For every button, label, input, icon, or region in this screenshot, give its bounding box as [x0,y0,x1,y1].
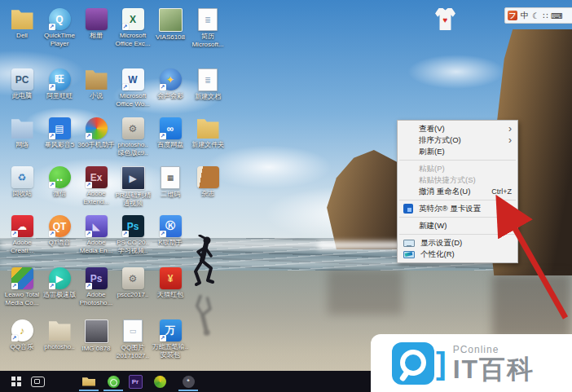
menu-item-view[interactable]: 查看(V)› [398,123,517,134]
desktop-icon-baofeng-player[interactable]: ▤↗暴风影音5 [41,117,78,149]
windows-logo-icon [11,377,21,386]
desktop-icon-teal-player[interactable]: ▶↗迅雷极速版 [41,267,78,299]
menu-item-personalize[interactable]: 个性化(R) [398,249,517,260]
desktop-icon-network[interactable]: 网络 [3,117,41,149]
personalize-icon [403,251,415,258]
menu-item-undo-rename[interactable]: 撤消 重命名(U)Ctrl+Z [398,186,517,197]
desktop-icon-adobe-photoshop[interactable]: Ps↗Adobe Photosho... [77,267,115,306]
resume-doc-icon: ≣ [198,8,218,31]
desktop-icon-label: 新建文档 [189,93,227,101]
desktop-icon-red-envelope[interactable]: ¥天猫红包 [152,267,189,299]
vias6108-photo-icon [159,8,183,32]
dell-folder-icon [11,8,33,30]
quicktime-player-icon: Q↗ [49,8,71,30]
adobe-creative-cloud-icon: ☁↗ [11,215,33,237]
taskbar-sogou-ime-app[interactable] [150,374,169,389]
desktop-icon-wubi-installer[interactable]: 万↗万能五笔输.. 安装包 [152,319,189,359]
desktop-icon-dell-folder[interactable]: Dell [3,8,41,40]
desktop-icon-vias6108-photo[interactable]: VIAS6108 [152,8,189,42]
shortcut-arrow-badge: ↗ [160,133,166,139]
desktop-icon-ps-cc-tutorial[interactable]: Ps↗PS CC 20.. 学习视频.. [114,215,152,254]
desktop-icon-ms-word[interactable]: W↗Microsoft Office Wo... [114,68,152,108]
desktop-icon-this-pc[interactable]: PC此电脑 [3,68,41,100]
wallpaper-cliff-reflection [492,274,570,339]
menu-item-refresh[interactable]: 刷新(E) [398,146,517,157]
desktop-icon-adobe-extendscript[interactable]: Ex↗Adobe Extend... [77,166,115,205]
ime-chinese-mode[interactable]: 中 [521,10,529,21]
desktop-icon-qq-picture[interactable]: ▭QQ图片 20171027.. [114,319,152,359]
desktop-icon-video-studio[interactable]: ✦↗会声会影 [152,68,189,100]
menu-item-paste-shortcut[interactable]: 粘贴快捷方式(S) [398,174,517,186]
desktop-icon-label: Adobe Extend... [77,190,115,205]
ime-fullwidth-moon[interactable]: ☾ [532,11,539,20]
desktop-icon-recycle-bin[interactable]: ♻回收站 [3,166,41,198]
desktop-icon-label: 阿里旺旺 [41,92,78,100]
ime-wubi-logo[interactable]: フ [508,11,517,20]
menu-item-new[interactable]: 新建(W) [398,220,517,231]
shortcut-arrow-badge: ↗ [86,231,92,237]
desktop-icon-baidu-netdisk[interactable]: ∞↗百度网盘 [152,117,189,149]
shortcut-arrow-badge: ↗ [86,133,92,139]
wallpaper-rock-reflection [328,269,403,315]
shortcut-arrow-badge: ↗ [122,24,129,30]
qq-music-icon: ♪↗ [11,319,33,341]
desktop-icon-img-0878[interactable]: IMG 0878 [77,319,115,353]
menu-item-sort-by[interactable]: 排序方式(O)› [398,134,517,146]
taskbar-file-explorer[interactable] [79,374,99,389]
desktop-icon-label: 万能五笔输.. 安装包 [152,343,189,359]
desktop-icon-label: PS CC 20.. 学习视频.. [114,239,152,254]
desktop-icon-grid: DellQ↗QuickTime Player相册X↗Microsoft Offi… [0,0,244,375]
desktop-icon-qrcode-doc[interactable]: ▦二维码 [152,166,189,199]
menu-item-display-settings[interactable]: 显示设置(D) [398,237,517,249]
desktop-icon-quicktime-player[interactable]: Q↗QuickTime Player [41,8,78,47]
taskbar-start-button[interactable] [7,374,26,389]
taskbar-adobe-premiere[interactable]: Pr [125,374,145,389]
red-envelope-icon: ¥ [160,267,182,289]
menu-item-icon-placeholder [403,221,413,231]
desktop-icon-ms-excel[interactable]: X↗Microsoft Office Exc... [114,8,152,47]
desktop-icon-ali-wangwang[interactable]: 旺↗阿里旺旺 [41,68,78,100]
bracket-decoration: ] [436,342,447,385]
desktop-icon-leawo-total-media[interactable]: ↗Leawo Total Media Co... [3,267,41,306]
desktop-icon-k-app[interactable]: Ⓚ↗K歌助手 [152,215,189,247]
ime-punctuation[interactable]: ∷ [543,11,548,20]
video-studio-icon: ✦↗ [160,68,182,90]
desktop-icon-label: 杂志 [189,190,227,198]
desktop-icon-360-phone-assistant[interactable]: ↗360手机助手 [77,117,115,149]
360-phone-assistant-icon: ↗ [86,117,108,139]
desktop-icon-label: K歌助手 [152,239,189,247]
desktop-icon-label: 此电脑 [3,92,41,100]
desktop-icon-album[interactable]: 相册 [77,8,115,40]
taskbar-wand-app[interactable]: * [178,374,198,389]
shortcut-arrow-badge: ↗ [11,283,18,289]
desktop-icon-adobe-media-encoder[interactable]: ◣↗Adobe Media En... [77,215,115,254]
desktop-icon-adobe-creative-cloud[interactable]: ☁↗Adobe Creati... [3,215,41,254]
desktop-icon-qq-music[interactable]: ♪↗QQ音乐 [3,319,41,351]
desktop-icon-label: Microsoft Office Wo... [114,92,152,108]
shortcut-arrow-badge: ↗ [49,231,55,237]
desktop-icon-pscc2017-installer[interactable]: ⚙pscc2017.. [114,267,152,299]
desktop-icon-label: QQ音乐 [3,343,41,351]
new-doc-icon: ≣ [198,68,218,91]
desktop-icon-label: 新建文件夹 [189,141,227,149]
desktop-icon-pr-tutorial-video[interactable]: ▶PR基础到精 通视频 [114,166,152,207]
magnifier-logo-icon [392,342,434,385]
desktop-icon-new-doc[interactable]: ≣新建文档 [189,68,227,101]
desktop-icon-label: Adobe Media En... [77,239,115,254]
taskbar-task-view-button[interactable] [28,374,47,389]
running-app-indicator [79,390,99,391]
desktop-icon-resume-doc[interactable]: ≣简历 Microsoft... [189,8,227,48]
desktop-icon-photoshop-folder[interactable]: photosho.. [41,319,78,351]
desktop-icon-new-folder[interactable]: 新建文件夹 [189,117,227,149]
submenu-chevron-icon: › [508,136,512,144]
menu-item-paste[interactable]: 粘贴(P) [398,163,517,174]
desktop-icon-photoshop-green[interactable]: ⚙photosho.. 绿色版c9.. [114,117,152,156]
taskbar-green-circle-app[interactable] [103,374,123,389]
desktop-icon-magazine[interactable]: 杂志 [189,166,227,198]
ime-soft-keyboard[interactable]: ⌨ [551,11,562,20]
desktop-icon-novel-folder[interactable]: 小说 [77,68,115,100]
display-icon [403,240,415,247]
menu-item-intel-graphics-settings[interactable]: 英特尔® 显卡设置 [398,203,517,214]
desktop-icon-wechat[interactable]: ‥↗微信 [41,166,78,198]
desktop-icon-qt-voice[interactable]: QT↗QT语音 [41,215,78,247]
